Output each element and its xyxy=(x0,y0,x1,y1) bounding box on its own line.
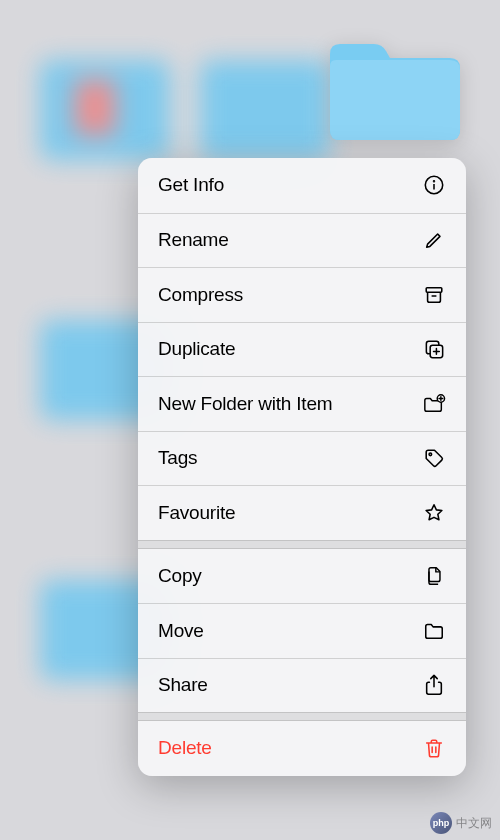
menu-item-move[interactable]: Move xyxy=(138,603,466,658)
info-circle-icon xyxy=(422,173,446,197)
menu-item-label: Get Info xyxy=(158,174,224,196)
menu-item-duplicate[interactable]: Duplicate xyxy=(138,322,466,377)
watermark: php 中文网 xyxy=(430,812,492,834)
plus-square-on-square-icon xyxy=(422,337,446,361)
menu-item-label: Favourite xyxy=(158,502,235,524)
menu-item-label: Move xyxy=(158,620,204,642)
selected-folder[interactable] xyxy=(322,38,464,144)
menu-item-label: New Folder with Item xyxy=(158,393,332,415)
folder-badge-plus-icon xyxy=(422,392,446,416)
menu-item-label: Compress xyxy=(158,284,243,306)
pencil-icon xyxy=(422,228,446,252)
context-menu: Get InfoRenameCompressDuplicateNew Folde… xyxy=(138,158,466,776)
menu-item-label: Duplicate xyxy=(158,338,235,360)
menu-separator xyxy=(138,712,466,721)
svg-rect-2 xyxy=(426,287,442,292)
menu-item-favourite[interactable]: Favourite xyxy=(138,485,466,540)
folder-icon xyxy=(422,619,446,643)
menu-item-label: Share xyxy=(158,674,208,696)
menu-item-share[interactable]: Share xyxy=(138,658,466,713)
svg-point-1 xyxy=(434,181,435,182)
menu-item-label: Copy xyxy=(158,565,202,587)
menu-item-label: Rename xyxy=(158,229,229,251)
menu-item-label: Delete xyxy=(158,737,212,759)
star-icon xyxy=(422,501,446,525)
menu-item-tags[interactable]: Tags xyxy=(138,431,466,486)
menu-item-delete[interactable]: Delete xyxy=(138,721,466,776)
watermark-text: 中文网 xyxy=(456,815,492,832)
archivebox-icon xyxy=(422,283,446,307)
trash-icon xyxy=(422,736,446,760)
menu-item-label: Tags xyxy=(158,447,197,469)
folder-icon xyxy=(322,38,464,144)
svg-point-5 xyxy=(429,453,432,456)
menu-item-compress[interactable]: Compress xyxy=(138,267,466,322)
menu-item-get-info[interactable]: Get Info xyxy=(138,158,466,213)
doc-on-doc-icon xyxy=(422,564,446,588)
menu-separator xyxy=(138,540,466,549)
tag-icon xyxy=(422,446,446,470)
menu-item-rename[interactable]: Rename xyxy=(138,213,466,268)
menu-item-new-folder-with-item[interactable]: New Folder with Item xyxy=(138,376,466,431)
menu-item-copy[interactable]: Copy xyxy=(138,549,466,604)
watermark-logo: php xyxy=(430,812,452,834)
square-and-arrow-up-icon xyxy=(422,673,446,697)
